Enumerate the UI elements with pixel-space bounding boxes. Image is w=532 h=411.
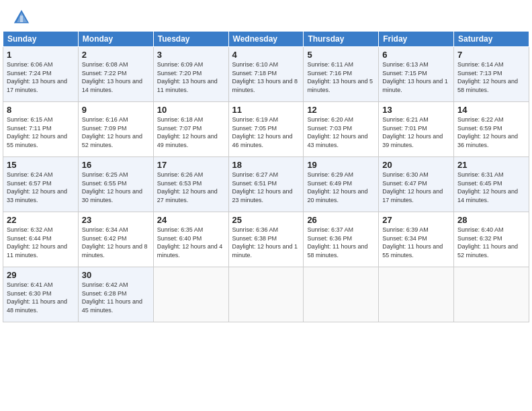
calendar-cell: 3 Sunrise: 6:09 AMSunset: 7:20 PMDayligh… <box>153 47 228 102</box>
weekday-monday: Monday <box>78 32 153 47</box>
calendar-cell: 4 Sunrise: 6:10 AMSunset: 7:18 PMDayligh… <box>228 47 304 102</box>
day-info: Sunrise: 6:30 AMSunset: 6:47 PMDaylight:… <box>382 171 443 203</box>
day-number: 20 <box>382 160 450 170</box>
calendar-cell: 13 Sunrise: 6:21 AMSunset: 7:01 PMDaylig… <box>379 102 454 157</box>
weekday-header-row: SundayMondayTuesdayWednesdayThursdayFrid… <box>3 32 529 47</box>
day-info: Sunrise: 6:27 AMSunset: 6:51 PMDaylight:… <box>232 171 293 203</box>
calendar-cell: 2 Sunrise: 6:08 AMSunset: 7:22 PMDayligh… <box>78 47 153 102</box>
calendar-cell: 6 Sunrise: 6:13 AMSunset: 7:15 PMDayligh… <box>379 47 454 102</box>
calendar-cell: 15 Sunrise: 6:24 AMSunset: 6:57 PMDaylig… <box>3 157 79 212</box>
svg-rect-2 <box>20 15 23 22</box>
day-info: Sunrise: 6:31 AMSunset: 6:45 PMDaylight:… <box>457 171 518 203</box>
week-row-1: 1 Sunrise: 6:06 AMSunset: 7:24 PMDayligh… <box>3 47 529 102</box>
calendar-cell: 25 Sunrise: 6:36 AMSunset: 6:38 PMDaylig… <box>228 212 304 267</box>
day-info: Sunrise: 6:42 AMSunset: 6:28 PMDaylight:… <box>82 281 142 314</box>
day-number: 24 <box>157 215 225 225</box>
calendar-cell: 16 Sunrise: 6:25 AMSunset: 6:55 PMDaylig… <box>78 157 153 212</box>
weekday-tuesday: Tuesday <box>153 32 228 47</box>
day-info: Sunrise: 6:41 AMSunset: 6:30 PMDaylight:… <box>7 281 67 314</box>
day-info: Sunrise: 6:09 AMSunset: 7:20 PMDaylight:… <box>157 61 218 93</box>
day-number: 26 <box>307 215 375 225</box>
day-info: Sunrise: 6:40 AMSunset: 6:32 PMDaylight:… <box>457 226 518 259</box>
calendar-cell: 27 Sunrise: 6:39 AMSunset: 6:34 PMDaylig… <box>379 212 454 267</box>
day-number: 21 <box>457 160 525 170</box>
day-number: 15 <box>7 160 75 170</box>
calendar-cell <box>153 267 228 322</box>
day-number: 18 <box>232 160 300 170</box>
calendar-container: SundayMondayTuesdayWednesdayThursdayFrid… <box>0 31 532 325</box>
day-number: 12 <box>307 105 375 115</box>
day-info: Sunrise: 6:06 AMSunset: 7:24 PMDaylight:… <box>7 61 67 93</box>
calendar-cell: 29 Sunrise: 6:41 AMSunset: 6:30 PMDaylig… <box>3 267 79 322</box>
calendar-cell: 10 Sunrise: 6:18 AMSunset: 7:07 PMDaylig… <box>153 102 228 157</box>
calendar-cell: 30 Sunrise: 6:42 AMSunset: 6:28 PMDaylig… <box>78 267 153 322</box>
day-info: Sunrise: 6:10 AMSunset: 7:18 PMDaylight:… <box>232 61 298 93</box>
calendar-cell: 19 Sunrise: 6:29 AMSunset: 6:49 PMDaylig… <box>304 157 379 212</box>
weekday-friday: Friday <box>379 32 454 47</box>
day-info: Sunrise: 6:25 AMSunset: 6:55 PMDaylight:… <box>82 171 142 203</box>
day-info: Sunrise: 6:29 AMSunset: 6:49 PMDaylight:… <box>307 171 367 203</box>
weekday-thursday: Thursday <box>304 32 379 47</box>
day-info: Sunrise: 6:19 AMSunset: 7:05 PMDaylight:… <box>232 116 293 148</box>
day-info: Sunrise: 6:13 AMSunset: 7:15 PMDaylight:… <box>382 61 448 93</box>
calendar-cell: 14 Sunrise: 6:22 AMSunset: 6:59 PMDaylig… <box>454 102 529 157</box>
calendar-cell <box>454 267 529 322</box>
calendar-cell: 5 Sunrise: 6:11 AMSunset: 7:16 PMDayligh… <box>304 47 379 102</box>
calendar-cell: 7 Sunrise: 6:14 AMSunset: 7:13 PMDayligh… <box>454 47 529 102</box>
day-number: 17 <box>157 160 225 170</box>
day-info: Sunrise: 6:24 AMSunset: 6:57 PMDaylight:… <box>7 171 67 203</box>
day-number: 19 <box>307 160 375 170</box>
day-number: 30 <box>82 270 150 280</box>
day-number: 14 <box>457 105 525 115</box>
calendar-cell <box>304 267 379 322</box>
day-number: 3 <box>157 50 225 60</box>
day-number: 28 <box>457 215 525 225</box>
day-number: 6 <box>382 50 450 60</box>
day-info: Sunrise: 6:15 AMSunset: 7:11 PMDaylight:… <box>7 116 67 148</box>
calendar-cell: 12 Sunrise: 6:20 AMSunset: 7:03 PMDaylig… <box>304 102 379 157</box>
day-info: Sunrise: 6:16 AMSunset: 7:09 PMDaylight:… <box>82 116 142 148</box>
day-info: Sunrise: 6:34 AMSunset: 6:42 PMDaylight:… <box>82 226 148 259</box>
day-number: 22 <box>7 215 75 225</box>
calendar-cell: 28 Sunrise: 6:40 AMSunset: 6:32 PMDaylig… <box>454 212 529 267</box>
day-number: 25 <box>232 215 300 225</box>
day-info: Sunrise: 6:37 AMSunset: 6:36 PMDaylight:… <box>307 226 367 259</box>
day-number: 27 <box>382 215 450 225</box>
day-info: Sunrise: 6:22 AMSunset: 6:59 PMDaylight:… <box>457 116 518 148</box>
day-number: 8 <box>7 105 75 115</box>
weekday-saturday: Saturday <box>454 32 529 47</box>
day-number: 9 <box>82 105 150 115</box>
week-row-3: 15 Sunrise: 6:24 AMSunset: 6:57 PMDaylig… <box>3 157 529 212</box>
day-info: Sunrise: 6:18 AMSunset: 7:07 PMDaylight:… <box>157 116 218 148</box>
calendar-cell: 18 Sunrise: 6:27 AMSunset: 6:51 PMDaylig… <box>228 157 304 212</box>
day-info: Sunrise: 6:32 AMSunset: 6:44 PMDaylight:… <box>7 226 67 259</box>
calendar-cell <box>379 267 454 322</box>
calendar-cell: 11 Sunrise: 6:19 AMSunset: 7:05 PMDaylig… <box>228 102 304 157</box>
day-info: Sunrise: 6:35 AMSunset: 6:40 PMDaylight:… <box>157 226 223 259</box>
calendar-cell: 24 Sunrise: 6:35 AMSunset: 6:40 PMDaylig… <box>153 212 228 267</box>
day-info: Sunrise: 6:36 AMSunset: 6:38 PMDaylight:… <box>232 226 298 259</box>
day-info: Sunrise: 6:20 AMSunset: 7:03 PMDaylight:… <box>307 116 367 148</box>
week-row-5: 29 Sunrise: 6:41 AMSunset: 6:30 PMDaylig… <box>3 267 529 322</box>
day-info: Sunrise: 6:08 AMSunset: 7:22 PMDaylight:… <box>82 61 142 93</box>
day-number: 7 <box>457 50 525 60</box>
day-number: 11 <box>232 105 300 115</box>
day-number: 23 <box>82 215 150 225</box>
day-info: Sunrise: 6:11 AMSunset: 7:16 PMDaylight:… <box>307 61 373 93</box>
day-info: Sunrise: 6:26 AMSunset: 6:53 PMDaylight:… <box>157 171 218 203</box>
calendar-cell: 22 Sunrise: 6:32 AMSunset: 6:44 PMDaylig… <box>3 212 79 267</box>
calendar-cell: 23 Sunrise: 6:34 AMSunset: 6:42 PMDaylig… <box>78 212 153 267</box>
logo <box>12 8 34 27</box>
calendar-cell: 1 Sunrise: 6:06 AMSunset: 7:24 PMDayligh… <box>3 47 79 102</box>
day-number: 5 <box>307 50 375 60</box>
day-info: Sunrise: 6:39 AMSunset: 6:34 PMDaylight:… <box>382 226 443 259</box>
weekday-wednesday: Wednesday <box>228 32 304 47</box>
week-row-2: 8 Sunrise: 6:15 AMSunset: 7:11 PMDayligh… <box>3 102 529 157</box>
calendar-cell: 9 Sunrise: 6:16 AMSunset: 7:09 PMDayligh… <box>78 102 153 157</box>
calendar-cell: 21 Sunrise: 6:31 AMSunset: 6:45 PMDaylig… <box>454 157 529 212</box>
weekday-sunday: Sunday <box>3 32 79 47</box>
logo-icon <box>12 8 31 27</box>
day-number: 1 <box>7 50 75 60</box>
day-number: 29 <box>7 270 75 280</box>
calendar-cell: 8 Sunrise: 6:15 AMSunset: 7:11 PMDayligh… <box>3 102 79 157</box>
